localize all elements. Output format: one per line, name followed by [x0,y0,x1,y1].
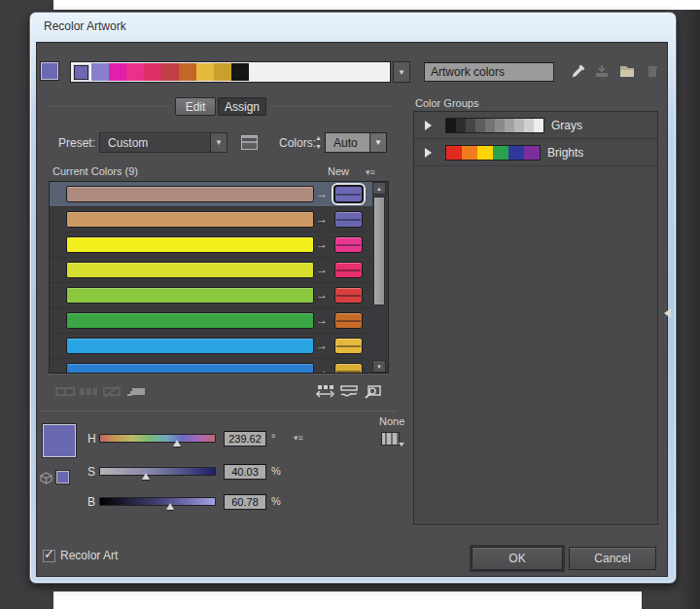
strip-dropdown-arrow[interactable]: ▼ [393,61,410,83]
group-color-segment [477,146,493,160]
ok-button[interactable]: OK [472,547,563,570]
save-color-group-icon[interactable] [593,62,611,80]
new-color-swatch[interactable] [334,236,363,253]
selected-new-color-swatch[interactable] [43,424,76,457]
color-group-name-input[interactable]: Artwork colors [424,62,554,82]
s-value-input[interactable]: 40.03 [224,464,266,480]
s-slider-track[interactable] [99,467,216,476]
current-color-bar[interactable] [66,262,314,278]
h-value-input[interactable]: 239.62 [224,431,266,447]
new-row-icon[interactable] [126,384,146,399]
folder-icon[interactable] [618,62,636,80]
current-colors-label: Current Colors (9) [52,165,138,177]
random-saturation-brightness-icon[interactable] [339,384,359,399]
colors-count-dropdown[interactable]: Auto ▼ [325,132,387,153]
b-slider-handle[interactable] [166,503,174,510]
dialog-content-panel: ▼ Artwork colors Edit Assign Preset: Cus… [36,42,668,577]
color-row[interactable]: → [50,207,374,233]
tab-edit[interactable]: Edit [175,97,216,116]
current-color-bar[interactable] [66,211,314,228]
slider-label-b: B [88,495,99,509]
new-color-swatch[interactable] [334,262,363,278]
new-color-swatch[interactable] [334,363,363,374]
list-scrollbar[interactable]: ▲ ▼ [372,182,386,373]
recolor-art-label: Recolor Art [60,549,118,562]
new-color-swatch[interactable] [334,287,363,304]
color-row[interactable]: → [50,258,374,283]
new-color-swatch[interactable] [334,312,363,329]
expand-arrow-icon[interactable] [425,148,432,158]
current-color-bar[interactable] [66,287,314,304]
b-unit-label: % [271,495,281,507]
maps-to-arrow-icon: → [316,364,328,374]
maps-to-arrow-icon: → [316,212,328,226]
current-color-bar[interactable] [66,236,314,253]
maps-to-arrow-icon: → [316,313,328,327]
new-color-swatch[interactable] [334,211,363,228]
group-name-label: Grays [551,119,582,132]
group-color-segment [446,119,456,132]
colors-stepper[interactable]: ▲▼ [313,133,324,153]
strip-color-segment [126,63,144,81]
hue-flyout-menu-icon[interactable]: ▾≡ [294,433,303,443]
rows-container: →→→→→→→→ [50,182,388,374]
new-color-swatch[interactable] [334,338,363,354]
b-slider-track[interactable] [99,497,216,506]
color-reduction-options-icon[interactable] [241,135,258,150]
current-color-bar[interactable] [66,312,314,329]
maps-to-arrow-icon: → [316,288,328,302]
expand-arrow-icon[interactable] [425,121,432,130]
color-groups-list: GraysBrights [413,111,658,525]
group-color-segment [456,119,466,132]
scrollbar-down-icon[interactable]: ▼ [372,360,386,373]
color-row[interactable]: → [50,359,374,374]
recolor-artwork-dialog: Recolor Artwork ▼ Artwork colors Edit As… [29,12,677,584]
scrollbar-thumb[interactable] [373,197,385,305]
group-color-segment [505,119,514,132]
current-color-bar[interactable] [66,363,314,374]
preset-dropdown[interactable]: Custom ▼ [99,132,228,153]
assign-flyout-menu-icon[interactable]: ▾≡ [366,167,375,177]
tab-divider-right [270,106,393,107]
current-color-bar[interactable] [66,186,314,202]
scrollbar-up-icon[interactable]: ▲ [372,182,386,195]
color-strip-dropdown[interactable] [70,61,391,83]
strip-segments [91,63,249,81]
color-group-row[interactable]: Grays [414,112,657,139]
merge-colors-icon[interactable] [55,384,75,399]
trash-icon[interactable] [644,62,661,80]
find-color-icon[interactable] [363,384,382,399]
closest-web-color-swatch[interactable] [56,471,69,484]
eyedropper-icon[interactable] [570,62,587,80]
new-color-swatch[interactable] [334,186,363,202]
current-color-bar[interactable] [66,338,314,354]
out-of-web-cube-icon[interactable] [40,472,52,484]
color-group-row[interactable]: Brights [414,139,657,166]
preset-dropdown-arrow-icon: ▼ [210,133,227,152]
recolor-art-checkbox[interactable]: ✓ [43,550,55,562]
color-row[interactable]: → [50,308,374,334]
color-row[interactable]: → [50,334,374,359]
separate-colors-icon[interactable] [79,384,98,399]
s-slider-handle[interactable] [142,473,150,480]
group-color-segment [485,119,495,132]
tab-assign[interactable]: Assign [218,97,266,116]
color-row[interactable]: → [50,283,374,308]
limit-swatch-library-icon[interactable] [381,432,400,446]
h-slider-track[interactable] [99,434,216,443]
checkmark-icon: ✓ [44,547,54,561]
random-color-order-icon[interactable] [316,384,335,399]
preset-value: Custom [108,136,148,150]
panel-collapse-arrow-icon[interactable] [664,308,671,318]
colors-label: Colors: [279,136,316,150]
exclude-colors-icon[interactable] [102,384,122,399]
active-color-swatch[interactable] [41,62,58,80]
b-value-input[interactable]: 60.78 [224,494,266,510]
strip-color-segment [231,63,249,81]
group-color-segment [446,146,462,160]
strip-color-segment [109,63,126,81]
h-slider-handle[interactable] [173,440,181,447]
color-row[interactable]: → [50,233,374,258]
cancel-button[interactable]: Cancel [569,547,656,570]
color-row[interactable]: → [50,182,374,207]
